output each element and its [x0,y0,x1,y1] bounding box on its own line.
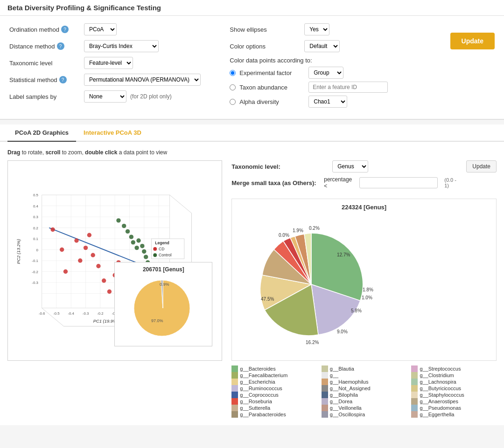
ordination-row: Ordination method ? PCoA PCA NMDS tSNE [9,23,220,35]
distance-row: Distance method ? Bray-Curtis Index Jacc… [9,40,220,52]
taxon-abundance-input[interactable] [308,82,388,93]
statistical-select[interactable]: Permutational MANOVA (PERMANOVA) ANOSIM … [84,74,201,86]
ordination-select-wrapper: PCoA PCA NMDS tSNE [84,23,117,35]
legend-g-blank: g__ [322,372,407,379]
legend-label-faecalibacterium: g__Faecalibacterium [240,372,287,378]
svg-point-56 [102,278,106,283]
legend-faecalibacterium: g__Faecalibacterium [231,372,317,379]
group-select[interactable]: Group Sample [308,67,343,79]
distance-select[interactable]: Bray-Curtis Index Jaccard UniFrac Weight… [84,40,159,52]
svg-text:16.2%: 16.2% [306,340,319,345]
legend-label-clostridium: g__Clostridium [420,372,454,378]
show-ellipses-select[interactable]: Yes No [304,23,329,35]
label-samples-select[interactable]: None Sample ID Group [84,90,126,103]
ordination-select[interactable]: PCoA PCA NMDS tSNE [84,23,117,35]
legend-color-oscillospira [322,411,328,418]
merge-value-input[interactable]: 0.00 [359,177,438,188]
content-row: 0.5 0.4 0.3 0.2 0.1 0 -0.1 -0.2 -0.3 -0.… [7,160,497,418]
color-options-label: Color options [230,43,304,50]
svg-text:0.3: 0.3 [33,215,38,219]
legend-label-oscillospira: g__Oscillospira [330,412,365,417]
tab-pcoa-3d[interactable]: Interactive PCoA 3D [76,124,149,142]
tabs-panel: PCoA 2D Graphics Interactive PCoA 3D [0,124,504,142]
legend-color-parabacteroides [231,411,238,418]
svg-point-63 [129,234,133,239]
legend-bacteroides: g__Bacteroides [231,365,317,372]
right-controls: Show ellipses Yes No Color options Defau… [230,23,441,111]
taxonomic-select-wrapper: Feature-level Phylum Genus [84,57,133,69]
pie-chart-title: 224324 [Genus] [237,204,491,211]
page-header: Beta Diversity Profiling & Significance … [0,0,504,16]
page-title: Beta Diversity Profiling & Significance … [7,4,497,12]
legend-eggerthella: g__Eggerthella [411,411,497,418]
legend-color-pseudomonas [411,405,418,411]
legend-label-not-assigned: g__Not_Assigned [330,386,371,391]
svg-text:-0.1: -0.1 [32,259,38,263]
svg-text:-0.2: -0.2 [97,311,103,316]
svg-text:47.5%: 47.5% [261,296,274,302]
drag-hint: Drag to rotate, scroll to zoom, double c… [7,149,497,156]
statistical-help-icon[interactable]: ? [59,76,67,83]
alpha-diversity-select[interactable]: Chao1 Shannon Simpson [308,96,347,108]
svg-text:CD: CD [159,247,164,251]
legend-color-faecalibacterium [231,372,238,379]
taxon-abundance-radio[interactable] [230,84,236,90]
svg-text:-0.5: -0.5 [53,311,60,316]
statistical-label: Statistical method ? [9,76,84,83]
legend-parabacteroides: g__Parabacteroides [231,411,317,418]
svg-line-22 [170,195,192,213]
svg-text:0.4: 0.4 [33,204,39,208]
legend-col-3: g__Streptococcus g__Clostridium g__Lachn… [411,365,497,418]
svg-text:-0.3: -0.3 [32,281,38,285]
update-button[interactable]: Update [450,33,495,49]
taxonomic-row: Taxonomic level Feature-level Phylum Gen… [9,57,220,69]
rp-taxonomic-select[interactable]: Genus Phylum Family Species [332,160,368,172]
taxon-abundance-row: Taxon abundance [230,82,441,93]
svg-point-53 [87,233,91,237]
legend-blautia: g__Blautia [322,365,407,372]
color-options-select[interactable]: Default Custom [304,40,340,52]
svg-text:PC2 (13.2%): PC2 (13.2%) [16,239,21,264]
alpha-diversity-radio[interactable] [230,99,236,105]
legend-col-2: g__Blautia g__ g__Haemophilus g__Not_Ass… [322,365,407,418]
svg-point-60 [116,218,120,222]
svg-text:-0.2: -0.2 [32,270,38,274]
color-options-select-wrapper: Default Custom [304,40,340,52]
legend-color-not-assigned [322,385,328,392]
legend-staphylococcus: g__Staphylococcus [411,392,497,398]
svg-point-51 [78,258,82,262]
tabs-header: PCoA 2D Graphics Interactive PCoA 3D [0,124,504,142]
distance-help-icon[interactable]: ? [57,42,64,50]
scatter-container[interactable]: 0.5 0.4 0.3 0.2 0.1 0 -0.1 -0.2 -0.3 -0.… [7,160,222,361]
svg-point-52 [84,246,88,250]
experimental-factor-row: Experimental factor Group Sample [230,67,441,79]
label-samples-hint: (for 2D plot only) [130,93,172,100]
pie-container: 224324 [Genus] [231,199,497,361]
rp-update-button[interactable]: Update [466,160,497,172]
tab-pcoa-2d[interactable]: PCoA 2D Graphics [7,124,76,142]
taxonomic-select[interactable]: Feature-level Phylum Genus [84,57,133,69]
legend-color-coprococcus [231,392,238,398]
svg-text:97.0%: 97.0% [151,318,163,323]
legend-sutterella: g__Sutterella [231,405,317,411]
top-panel: Ordination method ? PCoA PCA NMDS tSNE D… [0,16,504,120]
svg-text:-0.6: -0.6 [39,311,45,316]
ordination-help-icon[interactable]: ? [61,26,69,33]
ordination-label: Ordination method ? [9,26,84,33]
legend-oscillospira: g__Oscillospira [322,411,407,418]
legend-color-blautia [322,365,328,372]
svg-point-67 [140,244,144,248]
legend-label-sutterella: g__Sutterella [240,405,270,411]
legend-label-escherichia: g__Escherichia [240,379,275,385]
svg-point-50 [74,238,78,242]
experimental-factor-radio[interactable] [230,70,236,76]
legend-label-roseburia: g__Roseburia [240,399,272,404]
legend-color-anaerostipes [411,398,418,405]
legend-pseudomonas: g__Pseudomonas [411,405,497,411]
legend-label-eggerthella: g__Eggerthella [420,412,454,417]
svg-point-77 [153,253,157,257]
legend-escherichia: g__Escherichia [231,379,317,385]
distance-select-wrapper: Bray-Curtis Index Jaccard UniFrac Weight… [84,40,159,52]
rp-merge-row: Merge small taxa (as Others): percentage… [231,176,461,189]
legend-label-streptococcus: g__Streptococcus [420,366,461,372]
